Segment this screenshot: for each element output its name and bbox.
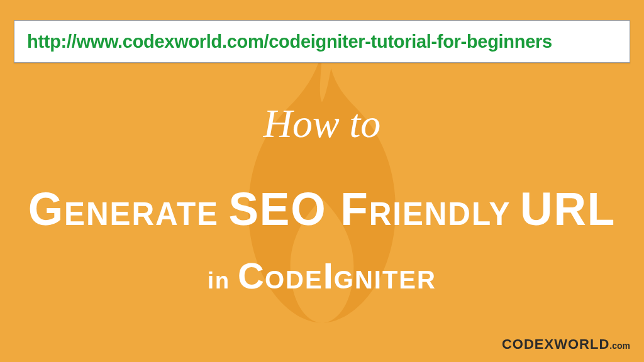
brand-world: WORLD [554, 336, 609, 352]
brand-logo: CODEXWORLD.com [502, 336, 630, 353]
brand-code: CODE [502, 336, 545, 352]
main-content: How to Generate SEO Friendly URL in Code… [0, 101, 644, 297]
sub-i: I [323, 255, 334, 296]
url-text: http://www.codexworld.com/codeigniter-tu… [27, 31, 552, 52]
headline-enerate: enerate [64, 195, 228, 232]
subline: in CodeIgniter [0, 255, 644, 297]
headline-f: F [340, 182, 369, 235]
sub-gniter: gniter [334, 266, 436, 293]
headline-seo: SEO [228, 182, 340, 235]
headline: Generate SEO Friendly URL [16, 182, 628, 236]
sub-c: C [238, 255, 265, 296]
brand-x: X [545, 336, 555, 352]
headline-url: URL [520, 182, 616, 235]
sub-ode: ode [265, 266, 323, 293]
brand-com: .com [609, 341, 630, 351]
headline-g: G [28, 182, 64, 235]
headline-riendly: riendly [369, 195, 520, 232]
sub-in: in [208, 268, 238, 293]
howto-text: How to [0, 101, 644, 147]
url-address-bar: http://www.codexworld.com/codeigniter-tu… [14, 20, 630, 63]
